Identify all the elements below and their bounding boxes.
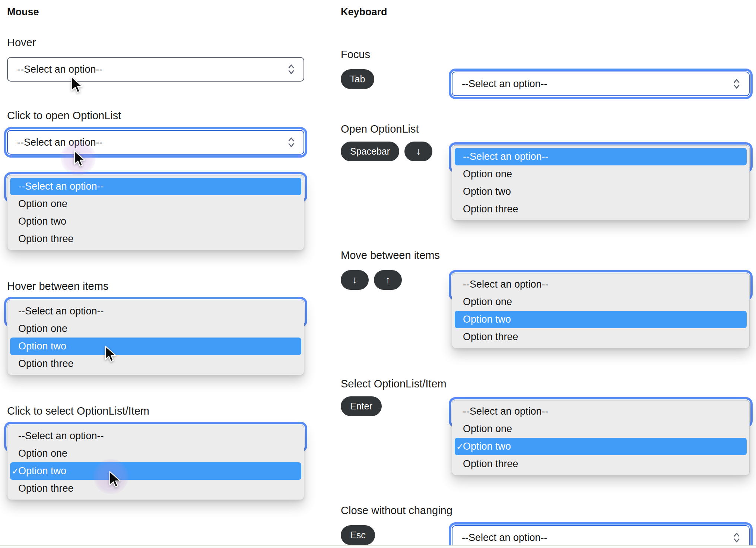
select-trigger-focused[interactable]: --Select an option-- [452, 525, 750, 548]
keyboard-row-close: Esc --Select an option-- [341, 523, 753, 548]
key-spacebar: Spacebar [341, 142, 399, 161]
option-list: --Select an option-- Option one Option t… [7, 300, 304, 375]
section-label-click-select: Click to select OptionList/Item [7, 404, 304, 418]
option-list: --Select an option-- Option one ✓ Option… [7, 425, 304, 500]
section-label-open: Open OptionList [341, 122, 753, 136]
option-item-label: Option two [18, 465, 66, 476]
open-select-demo: --Select an option-- Option one Option t… [7, 175, 304, 255]
option-item[interactable]: Option one [452, 293, 749, 311]
mouse-column-title: Mouse [7, 5, 304, 19]
keyboard-column: Keyboard Focus Tab --Select an option-- … [341, 0, 753, 548]
option-item-highlighted[interactable]: Option two [10, 338, 301, 355]
open-select-demo: --Select an option-- Option one Option t… [452, 273, 750, 353]
mouse-column: Mouse Hover --Select an option-- Click t… [7, 0, 304, 504]
section-label-focus: Focus [341, 48, 753, 61]
select-trigger[interactable]: --Select an option-- [7, 57, 304, 82]
key-arrow-down: ↓ [404, 142, 432, 161]
select-value: --Select an option-- [8, 64, 103, 75]
option-list: --Select an option-- Option one Option t… [7, 175, 304, 250]
option-item[interactable]: Option three [7, 355, 304, 373]
key-arrow-up: ↑ [374, 270, 402, 290]
option-item[interactable]: Option one [452, 420, 749, 438]
key-tab: Tab [341, 69, 374, 89]
select-value: --Select an option-- [452, 532, 547, 544]
keyboard-row-open: Spacebar ↓ --Select an option-- Option o… [341, 142, 753, 225]
option-item[interactable]: --Select an option-- [7, 302, 304, 320]
optionlist-docs-page: Mouse Hover --Select an option-- Click t… [0, 0, 756, 548]
option-item[interactable]: Option one [7, 195, 304, 213]
mouse-cursor-icon [73, 150, 86, 167]
next-section-edge [0, 545, 756, 548]
option-item-highlighted[interactable]: --Select an option-- [455, 148, 747, 165]
updown-chevron-icon [733, 531, 741, 544]
section-label-move: Move between items [341, 248, 753, 262]
option-item[interactable]: Option one [7, 320, 304, 338]
key-esc: Esc [341, 525, 375, 545]
mouse-cursor-icon [109, 471, 121, 488]
keyboard-row-select: Enter --Select an option-- Option one ✓ … [341, 396, 753, 480]
select-trigger-focused[interactable]: --Select an option-- [452, 72, 750, 96]
option-item[interactable]: Option three [7, 480, 304, 497]
key-arrow-down: ↓ [341, 270, 369, 290]
open-select-demo: --Select an option-- Option one ✓ Option… [452, 400, 750, 480]
option-item[interactable]: --Select an option-- [7, 427, 304, 445]
updown-chevron-icon [287, 63, 295, 76]
section-label-hover: Hover [7, 36, 304, 49]
open-select-demo: --Select an option-- Option one Option t… [7, 300, 304, 380]
option-item-label: Option two [463, 441, 511, 452]
updown-chevron-icon [733, 77, 741, 90]
option-item-highlighted[interactable]: --Select an option-- [10, 178, 301, 195]
option-item[interactable]: --Select an option-- [452, 276, 749, 293]
option-item-selected[interactable]: ✓ Option two [10, 462, 301, 480]
section-label-close: Close without changing [341, 504, 753, 517]
mouse-cursor-icon [71, 76, 83, 93]
section-label-click-open: Click to open OptionList [7, 109, 304, 122]
check-icon: ✓ [456, 438, 464, 455]
option-list: --Select an option-- Option one Option t… [452, 273, 750, 348]
option-item[interactable]: Option three [7, 230, 304, 248]
open-select-demo: --Select an option-- Option one ✓ Option… [7, 425, 304, 504]
option-item[interactable]: Option two [452, 183, 749, 200]
option-item-selected[interactable]: ✓ Option two [455, 438, 747, 455]
option-list: --Select an option-- Option one ✓ Option… [452, 400, 750, 475]
keyboard-row-focus: Tab --Select an option-- [341, 69, 753, 96]
option-list: --Select an option-- Option one Option t… [452, 145, 750, 221]
option-item[interactable]: --Select an option-- [452, 403, 749, 420]
mouse-cursor-icon [104, 345, 117, 362]
option-item-highlighted[interactable]: Option two [455, 311, 747, 328]
option-item[interactable]: Option one [7, 445, 304, 462]
key-enter: Enter [341, 396, 382, 416]
section-label-hover-items: Hover between items [7, 279, 304, 293]
option-item[interactable]: Option three [452, 328, 749, 346]
keyboard-column-title: Keyboard [341, 5, 753, 19]
select-value: --Select an option-- [452, 78, 547, 90]
section-label-select: Select OptionList/Item [341, 377, 753, 390]
option-item[interactable]: Option two [7, 213, 304, 230]
check-icon: ✓ [12, 462, 19, 480]
keyboard-row-move: ↓ ↑ --Select an option-- Option one Opti… [341, 269, 753, 353]
option-item[interactable]: Option three [452, 200, 749, 218]
open-select-demo: --Select an option-- Option one Option t… [452, 145, 750, 225]
select-trigger-focused[interactable]: --Select an option-- [7, 130, 304, 155]
updown-chevron-icon [287, 136, 295, 149]
option-item[interactable]: Option three [452, 455, 749, 473]
option-item[interactable]: Option one [452, 165, 749, 183]
